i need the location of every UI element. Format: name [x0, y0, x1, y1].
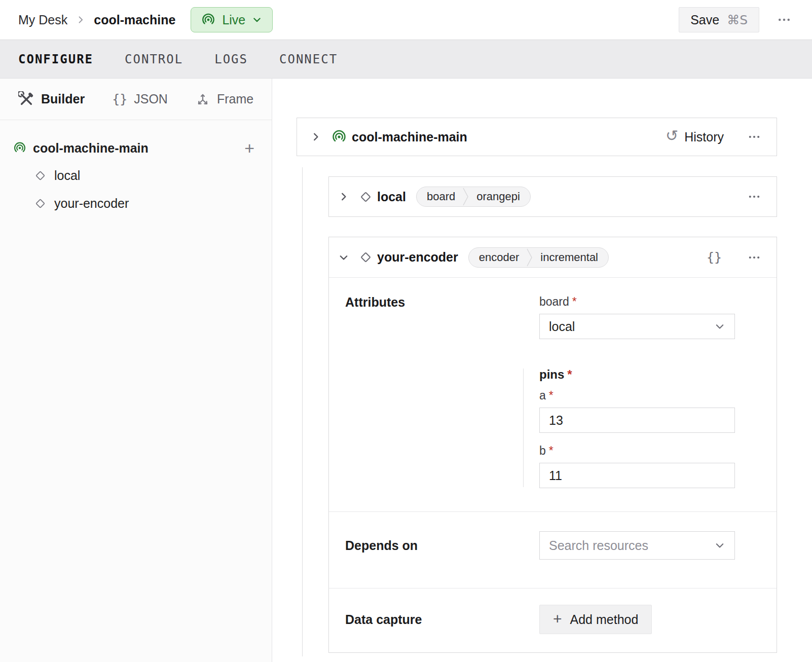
expand-local-button[interactable] [335, 188, 352, 205]
resource-card-local-title: local [377, 190, 406, 204]
chevron-right-icon [310, 131, 321, 142]
view-builder-label: Builder [41, 92, 85, 106]
local-overflow-menu-button[interactable] [745, 188, 763, 206]
tab-logs[interactable]: LOGS [214, 52, 248, 66]
view-builder[interactable]: Builder [18, 91, 85, 107]
encoder-overflow-menu-button[interactable] [745, 248, 763, 267]
pin-b-label: b* [539, 444, 735, 458]
depends-on-label: Depends on [345, 538, 539, 553]
ellipsis-icon [777, 12, 792, 27]
tree-item-your-encoder-label: your-encoder [54, 196, 129, 211]
tree-item-your-encoder[interactable]: your-encoder [0, 190, 272, 217]
top-bar: My Desk cool-machine Live Save ⌘S [0, 0, 812, 40]
chevron-down-icon [714, 540, 725, 551]
data-capture-controls: + Add method [539, 605, 735, 634]
board-label-text: board [539, 295, 569, 308]
add-method-button[interactable]: + Add method [539, 605, 652, 634]
pins-group-label: pins* [539, 367, 735, 382]
resource-model: orangepi [469, 187, 530, 206]
ellipsis-icon [747, 190, 761, 204]
history-button-label: History [684, 130, 724, 144]
view-frame[interactable]: Frame [195, 92, 253, 107]
pin-b-field: b* [539, 444, 735, 488]
save-button[interactable]: Save ⌘S [679, 7, 759, 32]
frame-axes-icon [195, 92, 210, 107]
resource-type: board [417, 187, 462, 206]
resource-card-encoder-actions: {} [705, 248, 763, 267]
chevron-right-icon [338, 191, 349, 202]
add-component-button[interactable]: + [244, 139, 254, 157]
breadcrumb-my-desk[interactable]: My Desk [18, 13, 67, 27]
add-method-label: Add method [570, 612, 639, 627]
resource-card-your-encoder: your-encoder encoder incremental {} [328, 237, 777, 653]
encoder-config-body: Attributes board* local [329, 278, 777, 652]
part-overflow-menu-button[interactable] [745, 128, 763, 146]
breadcrumb: My Desk cool-machine [18, 13, 175, 27]
board-field: board* local [539, 295, 735, 339]
component-diamond-icon [33, 169, 47, 182]
config-main: cool-machine-main ↺ History [272, 79, 812, 662]
required-marker: * [549, 444, 553, 457]
view-json[interactable]: {} JSON [112, 92, 168, 106]
topbar-overflow-menu-button[interactable] [774, 10, 794, 29]
resource-type: encoder [469, 248, 527, 267]
tree-item-local[interactable]: local [0, 162, 272, 190]
braces-icon: {} [707, 250, 722, 265]
pins-label-text: pins [539, 367, 564, 381]
pin-a-label-text: a [539, 389, 546, 402]
chevron-down-icon [714, 321, 725, 332]
json-view-button[interactable]: {} [705, 248, 724, 267]
depends-on-section: Depends on Search resources [329, 511, 777, 588]
required-marker: * [567, 367, 572, 381]
live-status-label: Live [222, 13, 245, 27]
app-root: My Desk cool-machine Live Save ⌘S [0, 0, 812, 662]
breadcrumb-machine-name: cool-machine [94, 13, 175, 27]
component-diamond-icon [33, 197, 47, 210]
resource-type-badge: encoder incremental [468, 247, 609, 268]
plus-icon: + [553, 611, 562, 627]
pin-a-label: a* [539, 389, 735, 402]
depends-on-select[interactable]: Search resources [539, 531, 735, 560]
board-field-label: board* [539, 295, 735, 309]
component-diamond-icon [358, 250, 373, 265]
pin-a-input[interactable] [539, 408, 735, 433]
tools-icon [18, 91, 34, 107]
pin-b-input[interactable] [539, 463, 735, 488]
live-broadcast-icon [201, 13, 215, 27]
collapse-encoder-button[interactable] [335, 249, 352, 266]
expand-part-button[interactable] [307, 128, 324, 145]
tree-item-machine-part[interactable]: cool-machine-main + [0, 134, 272, 162]
data-capture-label: Data capture [345, 612, 539, 627]
board-select-value: local [549, 319, 714, 334]
history-button[interactable]: ↺ History [666, 129, 724, 144]
pin-b-label-text: b [539, 444, 546, 457]
resource-card-local-actions [745, 188, 763, 206]
machine-part-icon [13, 141, 26, 155]
tab-control[interactable]: CONTROL [125, 52, 183, 66]
content-area: Builder {} JSON Frame [0, 79, 812, 662]
save-shortcut-hint: ⌘S [727, 13, 748, 27]
view-json-label: JSON [134, 92, 168, 106]
required-marker: * [572, 295, 577, 308]
config-sidebar: Builder {} JSON Frame [0, 79, 272, 662]
pin-a-field: a* [539, 389, 735, 433]
view-switcher: Builder {} JSON Frame [0, 79, 272, 120]
braces-icon: {} [112, 92, 127, 106]
chevron-down-icon [252, 15, 262, 25]
component-diamond-icon [358, 190, 373, 204]
part-card-actions: ↺ History [666, 128, 763, 146]
ellipsis-icon [747, 250, 761, 265]
depends-on-placeholder: Search resources [549, 538, 714, 553]
save-button-label: Save [690, 13, 719, 27]
badge-separator-icon [462, 187, 469, 206]
machine-status-dropdown[interactable]: Live [191, 7, 273, 32]
tab-connect[interactable]: CONNECT [279, 52, 338, 66]
attributes-label: Attributes [345, 295, 539, 488]
chevron-down-icon [338, 252, 349, 263]
resource-card-local: local board orangepi [328, 176, 777, 217]
board-select[interactable]: local [539, 314, 735, 339]
machine-part-icon [331, 129, 347, 144]
part-card-title: cool-machine-main [352, 130, 467, 144]
tab-configure[interactable]: CONFIGURE [18, 52, 93, 66]
machine-tabs: CONFIGURE CONTROL LOGS CONNECT [0, 40, 812, 79]
